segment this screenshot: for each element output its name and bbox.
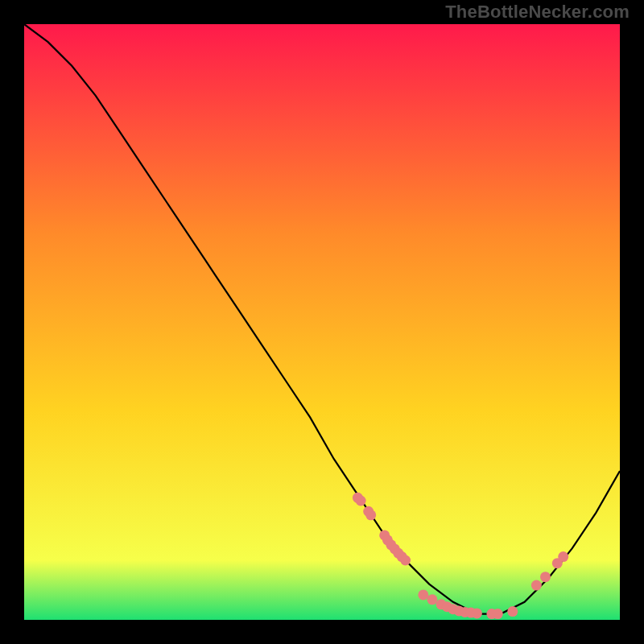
scatter-dot bbox=[356, 496, 366, 506]
scatter-dot bbox=[558, 551, 568, 562]
chart-frame: TheBottleNecker.com bbox=[0, 0, 644, 644]
scatter-dot bbox=[540, 572, 551, 582]
scatter-dot bbox=[400, 555, 411, 566]
plot-svg bbox=[24, 24, 620, 620]
scatter-dot bbox=[427, 594, 437, 605]
bottleneck-plot bbox=[24, 24, 620, 620]
gradient-background bbox=[24, 24, 620, 620]
scatter-dot bbox=[418, 589, 428, 600]
scatter-dot bbox=[472, 608, 482, 618]
watermark-text: TheBottleNecker.com bbox=[445, 2, 630, 23]
scatter-dot bbox=[531, 580, 542, 591]
scatter-dot bbox=[507, 606, 518, 617]
scatter-dot bbox=[365, 510, 376, 520]
scatter-dot bbox=[493, 609, 503, 619]
